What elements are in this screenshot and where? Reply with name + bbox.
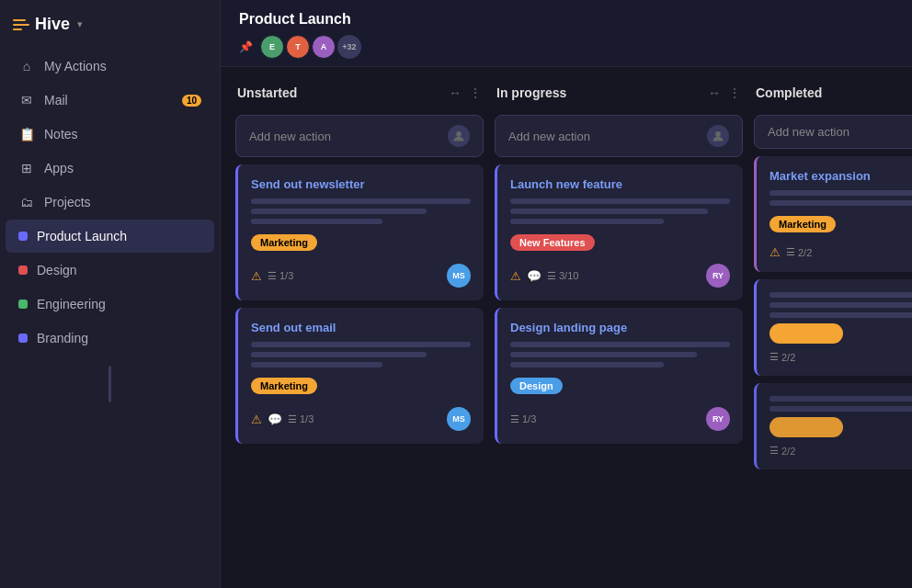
checklist-count: ☰ 1/3 [510, 413, 536, 425]
sidebar-item-branding[interactable]: Branding [6, 322, 214, 355]
dropdown-icon[interactable]: ▾ [77, 18, 83, 30]
add-action-label: Add new action [768, 125, 849, 139]
avatar-MS: MS [447, 407, 471, 431]
hamburger-icon [13, 19, 29, 30]
sidebar-item-mail[interactable]: ✉ Mail 10 [6, 84, 214, 117]
card-completed-3[interactable]: ☰ 2/2 [754, 383, 912, 469]
add-action-button-in-progress[interactable]: Add new action [495, 115, 743, 157]
card-footer: ☰ 2/2 [770, 351, 912, 363]
sidebar-header: Hive ▾ [0, 0, 220, 49]
apps-icon: ⊞ [18, 161, 35, 175]
card-line [770, 396, 912, 401]
card-footer: ⚠ 💬 ☰ 1/3 MS [251, 407, 471, 431]
more-icon[interactable]: ⋮ [728, 85, 741, 100]
sidebar-item-apps[interactable]: ⊞ Apps [6, 152, 214, 185]
header-meta: 📌 E T A +32 [239, 35, 894, 59]
user-avatar-placeholder [707, 125, 729, 147]
sidebar-item-label: Notes [44, 127, 78, 141]
checklist-count: ☰ 2/2 [786, 246, 812, 258]
resize-icon[interactable]: ↔ [708, 85, 721, 100]
svg-point-0 [456, 131, 462, 137]
checklist-count: ☰ 2/2 [770, 351, 795, 363]
avatar-more[interactable]: +32 [337, 35, 361, 59]
column-in-progress: In progress ↔ ⋮ Add new action Launch ne… [495, 82, 743, 573]
avatar-MS: MS [447, 264, 471, 288]
column-title: Completed [756, 85, 822, 100]
card-tag-marketing[interactable]: Marketing [770, 216, 836, 232]
card-footer: ⚠ 💬 ☰ 3/10 RY [510, 264, 730, 288]
pin-icon: 📌 [239, 40, 253, 53]
more-icon[interactable]: ⋮ [469, 85, 482, 100]
sidebar-item-my-actions[interactable]: ⌂ My Actions [6, 50, 214, 83]
hive-logo[interactable]: Hive ▾ [13, 15, 83, 34]
card-title: Send out newsletter [251, 177, 471, 191]
card-tag-marketing[interactable]: Marketing [251, 234, 317, 251]
card-title: Send out email [251, 321, 471, 334]
card-launch-new-feature[interactable]: Launch new feature New Features ⚠ 💬 ☰ 3/… [495, 164, 743, 300]
card-line [510, 362, 664, 368]
column-unstarted: Unstarted ↔ ⋮ Add new action Send out ne… [235, 82, 484, 573]
column-completed: Completed Add new action Market expansio… [754, 82, 912, 573]
app-title: Hive [35, 15, 70, 34]
sidebar-item-label: My Actions [44, 59, 107, 74]
comment-icon: 💬 [527, 269, 542, 283]
card-title: Design landing page [510, 321, 730, 334]
resize-icon[interactable]: ↔ [449, 85, 462, 100]
scroll-indicator [108, 366, 111, 402]
project-color-dot [18, 334, 28, 343]
checklist-count: ☰ 1/3 [288, 413, 314, 425]
card-line [770, 302, 912, 308]
comment-icon: 💬 [268, 413, 282, 426]
card-line [251, 352, 427, 357]
card-line [770, 190, 912, 196]
sidebar-item-label: Apps [44, 161, 74, 175]
card-line [510, 209, 708, 214]
avatar-group: E T A +32 [260, 35, 361, 59]
card-line [251, 198, 471, 204]
sidebar-item-label: Engineering [37, 297, 106, 311]
card-line [251, 362, 382, 368]
sidebar-item-label: Projects [44, 195, 91, 209]
sidebar-item-notes[interactable]: 📋 Notes [6, 118, 214, 151]
checklist-count: ☰ 1/3 [268, 270, 293, 282]
column-header-in-progress: In progress ↔ ⋮ [495, 82, 743, 107]
mail-icon: ✉ [18, 93, 35, 107]
column-title: Unstarted [237, 85, 297, 100]
card-tag-new-features[interactable]: New Features [510, 234, 595, 251]
sidebar-item-design[interactable]: Design [6, 254, 214, 287]
card-line [510, 198, 730, 204]
card-line [251, 342, 471, 347]
column-actions: ↔ ⋮ [449, 85, 482, 100]
add-action-button-unstarted[interactable]: Add new action [235, 115, 484, 157]
avatar-RY: RY [706, 407, 730, 431]
card-footer: ☰ 1/3 RY [510, 407, 730, 431]
card-line [510, 219, 664, 224]
sidebar-item-label: Mail [44, 93, 68, 107]
project-color-dot [18, 266, 28, 275]
project-color-dot [18, 232, 28, 241]
kanban-board: Unstarted ↔ ⋮ Add new action Send out ne… [221, 67, 912, 588]
card-design-landing-page[interactable]: Design landing page Design ☰ 1/3 RY [495, 308, 743, 444]
avatar-A: A [312, 35, 336, 59]
sidebar-item-engineering[interactable]: Engineering [6, 288, 214, 321]
yellow-tag [770, 323, 843, 344]
card-tag-design[interactable]: Design [510, 378, 563, 394]
card-line [510, 342, 730, 347]
sidebar-item-label: Product Launch [37, 229, 127, 243]
avatar-T: T [286, 35, 310, 59]
card-market-expansion[interactable]: Market expansion Marketing ⚠ ☰ 2/2 [754, 156, 912, 272]
warning-icon: ⚠ [251, 413, 262, 426]
add-action-label: Add new action [508, 130, 590, 143]
sidebar-item-product-launch[interactable]: Product Launch [6, 220, 214, 253]
card-send-out-newsletter[interactable]: Send out newsletter Marketing ⚠ ☰ 1/3 MS [235, 164, 484, 300]
sidebar-nav: ⌂ My Actions ✉ Mail 10 📋 Notes ⊞ Apps 🗂 … [0, 49, 220, 588]
card-completed-2[interactable]: ☰ 2/2 [754, 279, 912, 376]
column-actions: ↔ ⋮ [708, 85, 741, 100]
card-send-out-email[interactable]: Send out email Marketing ⚠ 💬 ☰ 1/3 MS [235, 308, 484, 444]
card-tag-marketing[interactable]: Marketing [251, 378, 317, 394]
add-action-button-completed[interactable]: Add new action [754, 115, 912, 149]
column-title: In progress [496, 85, 566, 100]
sidebar-item-projects[interactable]: 🗂 Projects [6, 186, 214, 219]
card-line [770, 200, 912, 206]
column-header-completed: Completed [754, 82, 912, 107]
